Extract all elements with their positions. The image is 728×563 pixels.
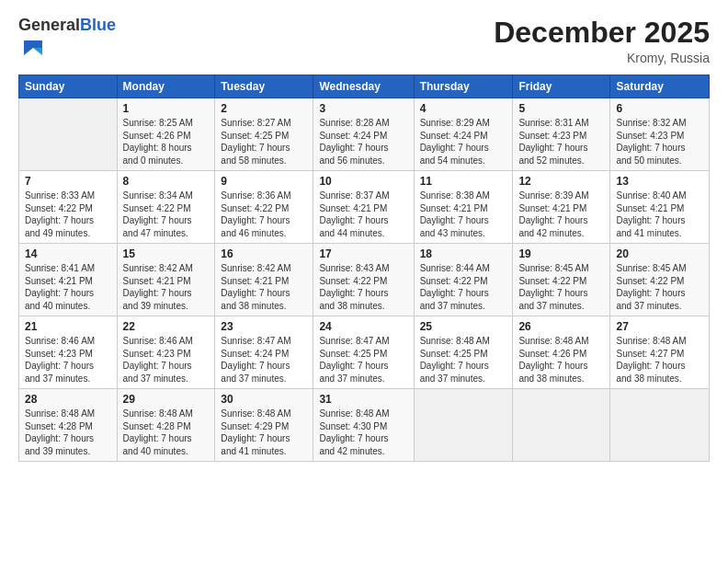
svg-marker-1 [33, 48, 42, 55]
day-info: Sunrise: 8:48 AMSunset: 4:28 PMDaylight:… [25, 408, 111, 457]
calendar-table: SundayMondayTuesdayWednesdayThursdayFrid… [18, 75, 710, 462]
calendar-week-row: 7Sunrise: 8:33 AMSunset: 4:22 PMDaylight… [19, 171, 710, 244]
day-info: Sunrise: 8:39 AMSunset: 4:21 PMDaylight:… [518, 190, 604, 239]
day-number: 17 [319, 247, 407, 260]
day-number: 20 [616, 247, 703, 260]
day-info: Sunrise: 8:44 AMSunset: 4:22 PMDaylight:… [420, 262, 507, 312]
calendar-page: GeneralBlue December 2025 Kromy, Russia … [0, 0, 728, 563]
day-number: 2 [221, 102, 307, 115]
day-number: 24 [319, 320, 407, 333]
day-info: Sunrise: 8:40 AMSunset: 4:21 PMDaylight:… [616, 190, 703, 239]
location: Kromy, Russia [494, 51, 710, 65]
day-number: 28 [25, 393, 111, 406]
col-header-wednesday: Wednesday [313, 75, 414, 98]
day-info: Sunrise: 8:32 AMSunset: 4:23 PMDaylight:… [616, 117, 703, 167]
day-info: Sunrise: 8:42 AMSunset: 4:21 PMDaylight:… [221, 262, 307, 312]
calendar-cell: 24Sunrise: 8:47 AMSunset: 4:25 PMDayligh… [313, 316, 414, 389]
day-number: 21 [25, 320, 111, 333]
title-block: December 2025 Kromy, Russia [494, 17, 710, 65]
day-number: 6 [616, 102, 703, 115]
calendar-cell: 8Sunrise: 8:34 AMSunset: 4:22 PMDaylight… [117, 171, 215, 244]
calendar-week-row: 21Sunrise: 8:46 AMSunset: 4:23 PMDayligh… [19, 316, 710, 389]
day-info: Sunrise: 8:47 AMSunset: 4:24 PMDaylight:… [221, 335, 307, 385]
calendar-cell: 18Sunrise: 8:44 AMSunset: 4:22 PMDayligh… [414, 244, 513, 316]
day-number: 25 [420, 320, 507, 333]
calendar-cell [414, 389, 513, 462]
day-info: Sunrise: 8:45 AMSunset: 4:22 PMDaylight:… [616, 262, 703, 312]
calendar-cell: 9Sunrise: 8:36 AMSunset: 4:22 PMDaylight… [215, 171, 313, 244]
day-info: Sunrise: 8:38 AMSunset: 4:21 PMDaylight:… [420, 190, 507, 239]
day-number: 11 [420, 175, 507, 188]
calendar-cell: 25Sunrise: 8:48 AMSunset: 4:25 PMDayligh… [414, 316, 513, 389]
day-number: 16 [221, 247, 307, 260]
calendar-cell: 17Sunrise: 8:43 AMSunset: 4:22 PMDayligh… [313, 244, 414, 316]
day-number: 14 [25, 247, 111, 260]
day-number: 1 [123, 102, 210, 115]
day-number: 18 [420, 247, 507, 260]
day-info: Sunrise: 8:41 AMSunset: 4:21 PMDaylight:… [25, 262, 111, 312]
calendar-cell: 13Sunrise: 8:40 AMSunset: 4:21 PMDayligh… [610, 171, 710, 244]
calendar-cell: 29Sunrise: 8:48 AMSunset: 4:28 PMDayligh… [117, 389, 215, 462]
calendar-cell: 12Sunrise: 8:39 AMSunset: 4:21 PMDayligh… [513, 171, 610, 244]
col-header-tuesday: Tuesday [215, 75, 313, 98]
calendar-cell: 1Sunrise: 8:25 AMSunset: 4:26 PMDaylight… [117, 98, 215, 171]
calendar-cell: 3Sunrise: 8:28 AMSunset: 4:24 PMDaylight… [313, 98, 414, 171]
calendar-week-row: 14Sunrise: 8:41 AMSunset: 4:21 PMDayligh… [19, 244, 710, 316]
calendar-cell [19, 98, 118, 171]
calendar-cell: 6Sunrise: 8:32 AMSunset: 4:23 PMDaylight… [610, 98, 710, 171]
col-header-friday: Friday [513, 75, 610, 98]
calendar-cell: 28Sunrise: 8:48 AMSunset: 4:28 PMDayligh… [19, 389, 118, 462]
day-info: Sunrise: 8:48 AMSunset: 4:30 PMDaylight:… [319, 408, 407, 457]
calendar-cell: 11Sunrise: 8:38 AMSunset: 4:21 PMDayligh… [414, 171, 513, 244]
day-info: Sunrise: 8:25 AMSunset: 4:26 PMDaylight:… [123, 117, 210, 167]
calendar-cell: 15Sunrise: 8:42 AMSunset: 4:21 PMDayligh… [117, 244, 215, 316]
day-info: Sunrise: 8:46 AMSunset: 4:23 PMDaylight:… [25, 335, 111, 385]
calendar-cell: 10Sunrise: 8:37 AMSunset: 4:21 PMDayligh… [313, 171, 414, 244]
calendar-cell: 16Sunrise: 8:42 AMSunset: 4:21 PMDayligh… [215, 244, 313, 316]
calendar-cell: 2Sunrise: 8:27 AMSunset: 4:25 PMDaylight… [215, 98, 313, 171]
day-number: 12 [518, 175, 604, 188]
calendar-week-row: 1Sunrise: 8:25 AMSunset: 4:26 PMDaylight… [19, 98, 710, 171]
col-header-monday: Monday [117, 75, 215, 98]
calendar-cell: 23Sunrise: 8:47 AMSunset: 4:24 PMDayligh… [215, 316, 313, 389]
calendar-cell: 31Sunrise: 8:48 AMSunset: 4:30 PMDayligh… [313, 389, 414, 462]
day-number: 4 [420, 102, 507, 115]
col-header-thursday: Thursday [414, 75, 513, 98]
day-number: 26 [518, 320, 604, 333]
day-info: Sunrise: 8:34 AMSunset: 4:22 PMDaylight:… [123, 190, 210, 239]
calendar-week-row: 28Sunrise: 8:48 AMSunset: 4:28 PMDayligh… [19, 389, 710, 462]
day-info: Sunrise: 8:31 AMSunset: 4:23 PMDaylight:… [518, 117, 604, 167]
month-title: December 2025 [494, 17, 710, 49]
day-info: Sunrise: 8:42 AMSunset: 4:21 PMDaylight:… [123, 262, 210, 312]
day-info: Sunrise: 8:36 AMSunset: 4:22 PMDaylight:… [221, 190, 307, 239]
day-number: 30 [221, 393, 307, 406]
day-number: 23 [221, 320, 307, 333]
day-info: Sunrise: 8:48 AMSunset: 4:29 PMDaylight:… [221, 408, 307, 457]
day-number: 10 [319, 175, 407, 188]
col-header-saturday: Saturday [610, 75, 710, 98]
day-info: Sunrise: 8:48 AMSunset: 4:28 PMDaylight:… [123, 408, 210, 457]
page-header: GeneralBlue December 2025 Kromy, Russia [18, 17, 710, 65]
day-number: 9 [221, 175, 307, 188]
day-info: Sunrise: 8:37 AMSunset: 4:21 PMDaylight:… [319, 190, 407, 239]
day-number: 31 [319, 393, 407, 406]
day-info: Sunrise: 8:48 AMSunset: 4:25 PMDaylight:… [420, 335, 507, 385]
col-header-sunday: Sunday [19, 75, 118, 98]
day-info: Sunrise: 8:47 AMSunset: 4:25 PMDaylight:… [319, 335, 407, 385]
day-info: Sunrise: 8:43 AMSunset: 4:22 PMDaylight:… [319, 262, 407, 312]
day-number: 19 [518, 247, 604, 260]
calendar-cell: 20Sunrise: 8:45 AMSunset: 4:22 PMDayligh… [610, 244, 710, 316]
day-info: Sunrise: 8:28 AMSunset: 4:24 PMDaylight:… [319, 117, 407, 167]
logo-general: General [18, 16, 80, 34]
day-number: 29 [123, 393, 210, 406]
calendar-cell: 21Sunrise: 8:46 AMSunset: 4:23 PMDayligh… [19, 316, 118, 389]
day-info: Sunrise: 8:27 AMSunset: 4:25 PMDaylight:… [221, 117, 307, 167]
day-number: 27 [616, 320, 703, 333]
day-info: Sunrise: 8:48 AMSunset: 4:27 PMDaylight:… [616, 335, 703, 385]
day-info: Sunrise: 8:33 AMSunset: 4:22 PMDaylight:… [25, 190, 111, 239]
calendar-cell: 30Sunrise: 8:48 AMSunset: 4:29 PMDayligh… [215, 389, 313, 462]
logo-icon [20, 35, 46, 61]
day-info: Sunrise: 8:46 AMSunset: 4:23 PMDaylight:… [123, 335, 210, 385]
day-number: 15 [123, 247, 210, 260]
logo: GeneralBlue [18, 17, 116, 64]
